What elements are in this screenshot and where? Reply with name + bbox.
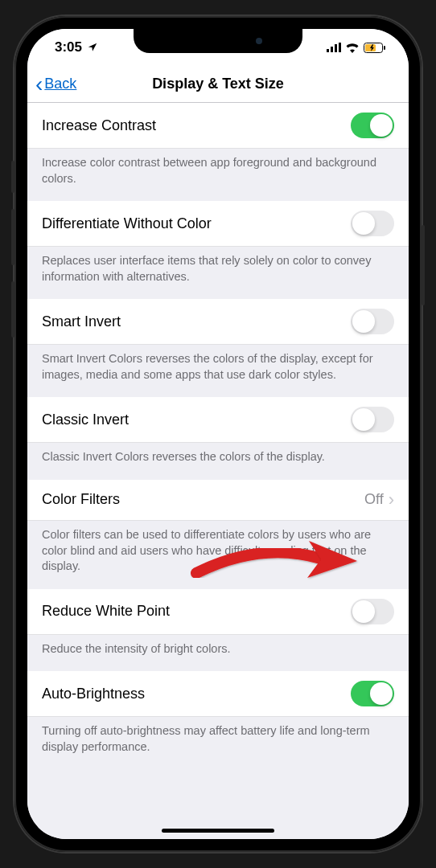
svg-rect-6 xyxy=(384,46,385,50)
row-label: Auto-Brightness xyxy=(42,686,145,702)
notch xyxy=(134,29,302,53)
back-button[interactable]: ‹ Back xyxy=(35,73,76,96)
svg-rect-3 xyxy=(339,43,341,52)
volume-down-button xyxy=(11,281,14,338)
row-color-filters[interactable]: Color Filters Off › xyxy=(27,480,409,521)
footer-smart-invert: Smart Invert Colors reverses the colors … xyxy=(27,345,409,397)
footer-differentiate-without-color: Replaces user interface items that rely … xyxy=(27,247,409,299)
footer-increase-contrast: Increase color contrast between app fore… xyxy=(27,149,409,201)
volume-silent-switch xyxy=(11,161,14,193)
volume-up-button xyxy=(11,209,14,265)
svg-rect-0 xyxy=(327,49,329,52)
page-title: Display & Text Size xyxy=(152,76,284,92)
svg-rect-1 xyxy=(331,47,333,52)
status-time: 3:05 xyxy=(55,39,82,55)
front-camera xyxy=(256,38,262,44)
toggle-differentiate-without-color[interactable] xyxy=(351,211,394,236)
battery-charging-icon xyxy=(364,43,386,53)
toggle-increase-contrast[interactable] xyxy=(351,113,394,138)
power-button xyxy=(422,225,425,305)
row-label: Smart Invert xyxy=(42,313,121,330)
row-label: Increase Contrast xyxy=(42,117,156,134)
row-auto-brightness[interactable]: Auto-Brightness xyxy=(27,671,409,717)
phone-frame: 3:05 ‹ Back Display & Text Size Increase… xyxy=(14,16,422,852)
row-value-text: Off xyxy=(364,491,384,508)
chevron-left-icon: ‹ xyxy=(35,73,43,96)
toggle-auto-brightness[interactable] xyxy=(351,681,394,706)
row-label: Differentiate Without Color xyxy=(42,215,212,232)
toggle-classic-invert[interactable] xyxy=(351,407,394,432)
row-label: Color Filters xyxy=(42,491,120,508)
row-increase-contrast[interactable]: Increase Contrast xyxy=(27,103,409,149)
back-label: Back xyxy=(44,76,76,92)
toggle-smart-invert[interactable] xyxy=(351,309,394,334)
toggle-knob xyxy=(352,408,375,431)
footer-auto-brightness: Turning off auto-brightness may affect b… xyxy=(27,717,409,769)
toggle-knob xyxy=(352,212,375,235)
home-indicator[interactable] xyxy=(162,829,274,833)
toggle-knob xyxy=(370,114,393,137)
row-classic-invert[interactable]: Classic Invert xyxy=(27,397,409,443)
screen: 3:05 ‹ Back Display & Text Size Increase… xyxy=(27,29,409,839)
footer-color-filters: Color filters can be used to differentia… xyxy=(27,521,409,589)
toggle-knob xyxy=(352,600,375,623)
chevron-right-icon: › xyxy=(389,489,394,510)
svg-rect-2 xyxy=(335,44,337,52)
toggle-knob xyxy=(370,682,393,705)
row-differentiate-without-color[interactable]: Differentiate Without Color xyxy=(27,201,409,247)
footer-classic-invert: Classic Invert Colors reverses the color… xyxy=(27,443,409,480)
location-arrow-icon xyxy=(87,42,98,53)
toggle-reduce-white-point[interactable] xyxy=(351,599,394,624)
toggle-knob xyxy=(352,310,375,333)
row-reduce-white-point[interactable]: Reduce White Point xyxy=(27,589,409,635)
cellular-signal-icon xyxy=(327,43,341,52)
row-label: Classic Invert xyxy=(42,411,129,428)
row-smart-invert[interactable]: Smart Invert xyxy=(27,299,409,345)
nav-header: ‹ Back Display & Text Size xyxy=(27,66,409,103)
wifi-icon xyxy=(345,43,360,53)
settings-list[interactable]: Increase Contrast Increase color contras… xyxy=(27,103,409,839)
row-label: Reduce White Point xyxy=(42,603,170,620)
footer-reduce-white-point: Reduce the intensity of bright colors. xyxy=(27,635,409,672)
